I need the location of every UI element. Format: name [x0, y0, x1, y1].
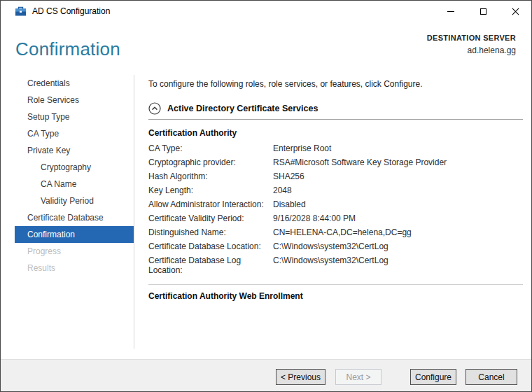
- row-label: Distinguished Name:: [148, 227, 273, 237]
- adcs-configuration-window: AD CS Configuration Confirmation DESTINA…: [0, 0, 532, 392]
- row-value: Enterprise Root: [273, 144, 523, 153]
- sidebar-item-setup-type[interactable]: Setup Type: [15, 108, 134, 125]
- minimize-icon: [447, 11, 454, 12]
- sidebar-item-ca-type[interactable]: CA Type: [15, 125, 134, 142]
- row-value: 9/16/2028 8:44:00 PM: [273, 214, 523, 223]
- chevron-up-circle-icon: [148, 102, 161, 115]
- sidebar-item-progress: Progress: [15, 243, 134, 260]
- summary-row: Cryptographic provider: RSA#Microsoft So…: [148, 158, 523, 167]
- previous-button[interactable]: < Previous: [276, 369, 326, 385]
- row-value: SHA256: [273, 172, 523, 181]
- summary-row: Allow Administrator Interaction: Disable…: [148, 200, 523, 209]
- sidebar-divider: [134, 75, 134, 349]
- row-label: Allow Administrator Interaction:: [148, 200, 273, 209]
- group-title-web-enrollment: Certification Authority Web Enrollment: [148, 291, 523, 301]
- destination-server-label: DESTINATION SERVER: [427, 34, 516, 42]
- section-title: Active Directory Certificate Services: [167, 104, 318, 113]
- row-label: Certificate Database Log Location:: [148, 255, 273, 275]
- sidebar-item-credentials[interactable]: Credentials: [15, 75, 134, 92]
- minimize-button[interactable]: [435, 1, 467, 22]
- row-value: RSA#Microsoft Software Key Storage Provi…: [273, 158, 523, 167]
- window-controls: [435, 1, 531, 22]
- maximize-button[interactable]: [467, 1, 499, 22]
- confirmation-content: To configure the following roles, role s…: [148, 79, 523, 301]
- summary-row: Hash Algorithm: SHA256: [148, 172, 523, 181]
- summary-row: Key Length: 2048: [148, 186, 523, 195]
- sidebar-item-private-key[interactable]: Private Key: [15, 142, 134, 159]
- intro-text: To configure the following roles, role s…: [148, 79, 523, 89]
- row-label: Certificate Database Location:: [148, 241, 273, 251]
- sidebar-item-confirmation[interactable]: Confirmation: [15, 226, 134, 243]
- page-title: Confirmation: [15, 38, 120, 60]
- row-label: CA Type:: [148, 144, 273, 153]
- row-label: Certificate Validity Period:: [148, 214, 273, 223]
- title-bar: AD CS Configuration: [1, 1, 531, 22]
- row-value: Disabled: [273, 200, 523, 209]
- sidebar-item-role-services[interactable]: Role Services: [15, 92, 134, 108]
- summary-row: Certificate Validity Period: 9/16/2028 8…: [148, 214, 523, 223]
- window-title: AD CS Configuration: [32, 6, 110, 16]
- collapse-section-button[interactable]: [148, 102, 161, 115]
- section-divider: [148, 119, 523, 120]
- close-icon: [512, 8, 519, 15]
- wizard-steps-sidebar: Credentials Role Services Setup Type CA …: [1, 75, 134, 276]
- row-label: Key Length:: [148, 186, 273, 195]
- configure-button[interactable]: Configure: [410, 369, 456, 385]
- summary-row: Certificate Database Location: C:\Window…: [148, 241, 523, 251]
- row-value: C:\Windows\system32\CertLog: [273, 241, 523, 251]
- group-divider: [148, 284, 523, 285]
- summary-row: Certificate Database Log Location: C:\Wi…: [148, 255, 523, 275]
- maximize-icon: [480, 8, 486, 15]
- summary-row: Distinguished Name: CN=HELENA-CA,DC=hele…: [148, 227, 523, 237]
- row-value: C:\Windows\system32\CertLog: [273, 255, 523, 275]
- row-value: CN=HELENA-CA,DC=helena,DC=gg: [273, 227, 523, 237]
- sidebar-item-certificate-database[interactable]: Certificate Database: [15, 209, 134, 226]
- wizard-footer: < Previous Next > Configure Cancel: [1, 359, 531, 391]
- close-button[interactable]: [499, 1, 531, 22]
- sidebar-item-cryptography[interactable]: Cryptography: [15, 159, 134, 176]
- cancel-button[interactable]: Cancel: [465, 369, 517, 385]
- group-title-certification-authority: Certification Authority: [148, 128, 523, 138]
- row-value: 2048: [273, 186, 523, 195]
- row-label: Hash Algorithm:: [148, 172, 273, 181]
- sidebar-item-validity-period[interactable]: Validity Period: [15, 192, 134, 209]
- destination-server-block: DESTINATION SERVER ad.helena.gg: [427, 34, 516, 55]
- sidebar-item-results: Results: [15, 260, 134, 276]
- sidebar-item-ca-name[interactable]: CA Name: [15, 176, 134, 192]
- row-label: Cryptographic provider:: [148, 158, 273, 167]
- destination-server-name: ad.helena.gg: [427, 46, 516, 55]
- summary-row: CA Type: Enterprise Root: [148, 144, 523, 153]
- next-button: Next >: [335, 369, 382, 385]
- app-icon: [15, 6, 26, 16]
- adcs-section-header: Active Directory Certificate Services: [148, 102, 523, 115]
